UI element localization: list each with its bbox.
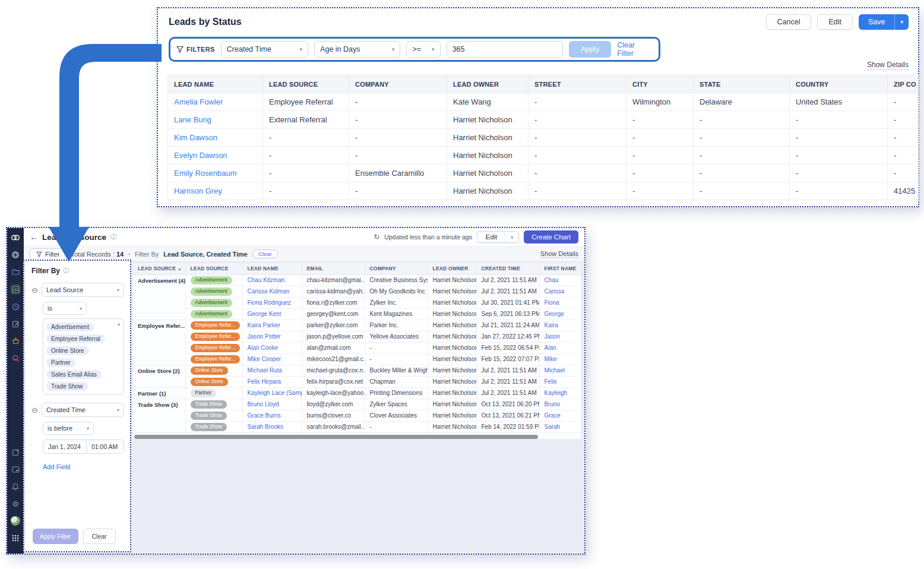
table-row[interactable]: Employee Refer... Jason Potter jason.p@y… (133, 331, 581, 342)
table-row[interactable]: Advertisement (4) Advertisement Chau Kit… (133, 274, 581, 286)
table-row[interactable]: Evelyn Dawson - - Harriet Nicholson - - … (168, 147, 919, 165)
lead-name-link[interactable]: Mike Cooper (242, 353, 302, 365)
remove-condition-icon[interactable]: ⊖ (31, 286, 38, 295)
col-header-country[interactable]: COUNTRY (790, 75, 888, 93)
edit-button[interactable]: Edit (477, 232, 505, 242)
apps-grid-icon[interactable] (10, 533, 21, 543)
filter-field-dropdown[interactable]: Created Time ▾ (221, 41, 308, 58)
first-name-link[interactable]: Felix (539, 376, 581, 387)
tag-sales-email-alias[interactable]: Sales Email Alias (46, 370, 102, 379)
col-header-street[interactable]: STREET (529, 75, 626, 93)
lead-name-link[interactable]: Chau Kitzman (242, 274, 302, 286)
filter-button[interactable]: Filter (30, 248, 66, 260)
filter-type-dropdown[interactable]: Age in Days ▾ (314, 41, 400, 58)
table-row[interactable]: Advertisement Carissa Kidman carissa-kid… (133, 286, 581, 297)
edit-dropdown-caret[interactable]: ∨ (505, 232, 518, 242)
clear-filter-link[interactable]: Clear Filter (617, 41, 653, 58)
lead-name-link[interactable]: Jason Potter (242, 331, 302, 342)
col-header-lead-name[interactable]: LEAD NAME (168, 75, 263, 93)
info-icon[interactable]: ⓘ (110, 233, 116, 241)
lead-name-link[interactable]: Alan Cooke (242, 342, 302, 353)
card-icon[interactable] (10, 464, 21, 475)
tag-partner[interactable]: Partner (46, 358, 75, 367)
condition1-operator-dropdown[interactable]: is ▾ (43, 302, 87, 315)
lead-name-link[interactable]: Kayleigh Lace (Sample) (242, 387, 302, 399)
lead-name-link[interactable]: Fiona Rodriguez (242, 297, 302, 308)
col-header-lead-source-group[interactable]: LEAD SOURCE▲ (133, 263, 185, 274)
basket-icon[interactable] (10, 336, 21, 346)
tag-employee-referral[interactable]: Employee Referral (46, 334, 105, 343)
col-header-email[interactable]: EMAIL (302, 263, 365, 274)
add-field-link[interactable]: Add Field (43, 463, 124, 470)
first-name-link[interactable]: Bruno (539, 399, 581, 410)
table-row[interactable]: Harrison Grey - - Harriet Nicholson - - … (168, 182, 919, 200)
lead-name-link[interactable]: Amelia Fowler (168, 93, 263, 111)
first-name-link[interactable]: Jason (539, 331, 581, 342)
tag-trade-show[interactable]: Trade Show (46, 382, 88, 391)
col-header-zip[interactable]: ZIP CO (888, 75, 919, 93)
col-header-company[interactable]: COMPANY (349, 75, 447, 93)
filter-value-input[interactable] (447, 41, 563, 58)
lead-name-link[interactable]: Carissa Kidman (242, 286, 302, 297)
reports-icon[interactable] (10, 284, 21, 295)
info-icon[interactable]: ⓘ (63, 267, 69, 275)
condition2-field-dropdown[interactable]: Created Time ▾ (42, 403, 124, 417)
remove-condition-icon[interactable]: ⊖ (31, 406, 38, 415)
cancel-button[interactable]: Cancel (766, 14, 812, 30)
col-header-lead-owner[interactable]: LEAD OWNER (428, 263, 476, 274)
col-header-first-name[interactable]: FIRST NAME (539, 263, 581, 274)
folder-icon[interactable] (10, 267, 21, 277)
horizontal-scrollbar[interactable] (134, 435, 538, 439)
first-name-link[interactable]: Mike (539, 353, 581, 365)
lead-name-link[interactable]: Sarah Brooks (242, 421, 302, 432)
first-name-link[interactable]: Kayleigh (539, 387, 581, 399)
lead-name-link[interactable]: Kaira Parker (242, 320, 302, 331)
lead-name-link[interactable]: Bruno Lloyd (242, 399, 302, 410)
table-row[interactable]: Kim Dawson - - Harriet Nicholson - - - -… (168, 129, 919, 147)
add-icon[interactable] (10, 249, 21, 260)
filter-operator-dropdown[interactable]: >= ▾ (406, 41, 440, 58)
table-row[interactable]: Employee Refer... Alan Cooke alan@zmail.… (133, 342, 581, 353)
table-row[interactable]: Partner (1) Partner Kayleigh Lace (Sampl… (133, 387, 581, 399)
lead-name-link[interactable]: Felix Hirpara (242, 376, 302, 387)
lead-name-link[interactable]: Michael Ruta (242, 365, 302, 376)
query-search-icon[interactable] (10, 353, 21, 363)
lead-source-multiselect[interactable]: ▾ Advertisement Employee Referral Online… (43, 318, 124, 395)
show-details-link[interactable]: Show Details (867, 61, 909, 70)
save-dropdown-caret[interactable]: ▾ (894, 14, 909, 30)
tag-advertisement[interactable]: Advertisement (46, 323, 94, 331)
first-name-link[interactable]: Grace (539, 410, 581, 421)
first-name-link[interactable]: Kaira (539, 320, 581, 331)
table-row[interactable]: Advertisement George Kent georgey@kent.c… (133, 308, 581, 320)
lead-name-link[interactable]: Grace Burns (242, 410, 302, 421)
table-row[interactable]: Emily Rosenbaum - Ensemble Caramillo Har… (168, 165, 919, 182)
table-row[interactable]: Trade Show Grace Burns burns@clover.co C… (133, 410, 581, 421)
apply-filter-button[interactable]: Apply Filter (33, 529, 78, 544)
table-row[interactable]: Lane Bung External Referral - Harriet Ni… (168, 111, 919, 129)
condition1-field-dropdown[interactable]: Lead Source ▾ (42, 283, 124, 297)
gear-icon[interactable]: ⚙ (10, 498, 21, 509)
analytics-clock-icon[interactable] (10, 301, 21, 312)
table-row[interactable]: Employee Refer... (4) Employee Refer... … (133, 320, 581, 331)
first-name-link[interactable]: Carissa (539, 286, 581, 297)
col-header-lead-name[interactable]: LEAD NAME (242, 263, 302, 274)
first-name-link[interactable]: Michael (539, 365, 581, 376)
lead-name-link[interactable]: Lane Bung (168, 111, 263, 129)
apply-button[interactable]: Apply (569, 41, 611, 58)
clear-filter-chip[interactable]: Clear (252, 249, 278, 258)
table-row[interactable]: Amelia Fowler Employee Referral - Kate W… (168, 93, 919, 111)
first-name-link[interactable]: Sarah (539, 421, 581, 432)
refresh-icon[interactable]: ↻ (374, 233, 379, 241)
notes-edit-icon[interactable] (10, 318, 21, 329)
bell-icon[interactable] (10, 481, 21, 492)
table-row[interactable]: Trade Show Sarah Brooks sarah.brooks@zma… (133, 421, 581, 432)
first-name-link[interactable]: Alan (539, 342, 581, 353)
table-row[interactable]: Online Store Felix Hirpara felix-hirpara… (133, 376, 581, 387)
tag-online-store[interactable]: Online Store (46, 346, 89, 355)
back-arrow-icon[interactable]: ← (30, 232, 38, 242)
table-row[interactable]: Employee Refer... Mike Cooper mikecoos21… (133, 353, 581, 365)
date-field[interactable]: Jan 1, 2024 (43, 440, 87, 453)
table-row[interactable]: Online Store (2) Online Store Michael Ru… (133, 365, 581, 376)
clear-button[interactable]: Clear (83, 529, 116, 544)
condition2-operator-dropdown[interactable]: is before ▾ (43, 422, 94, 435)
